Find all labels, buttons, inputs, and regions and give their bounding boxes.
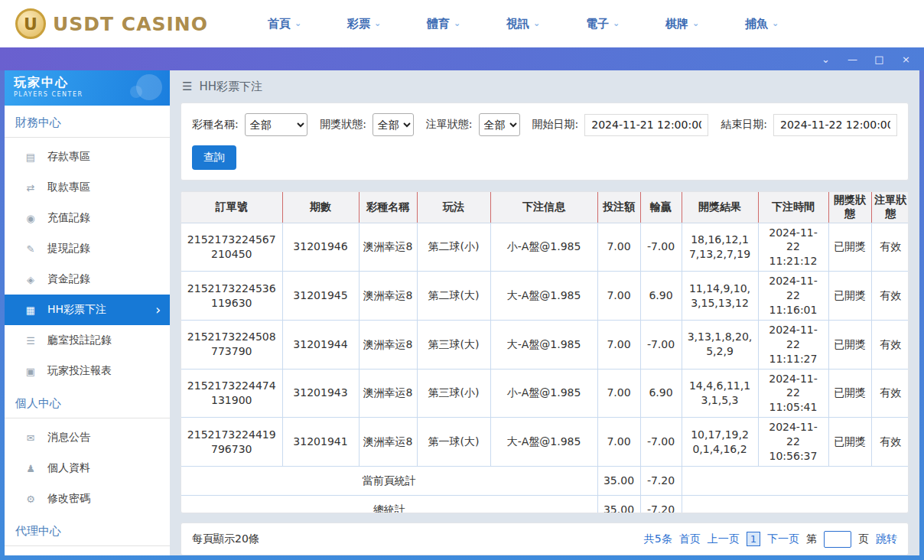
jump-suffix-label: 页 (858, 532, 869, 546)
cell-time: 2024-11-22 11:05:41 (758, 369, 828, 418)
chevron-down-button[interactable]: ⌄ (820, 54, 831, 64)
first-page-link[interactable]: 首页 (679, 532, 701, 546)
decorative-circle (130, 86, 142, 98)
sidebar-item[interactable]: ☰廳室投註記錄 (5, 325, 170, 356)
sidebar-item[interactable]: ⇄取款專區 (5, 172, 170, 203)
sidebar-item[interactable]: ⚙修改密碼 (5, 483, 170, 514)
sidebar-item-label: 玩家投注報表 (47, 364, 112, 378)
nav-item-label: 視訊 (506, 17, 529, 31)
sidebar-item[interactable]: ◉充值記錄 (5, 203, 170, 233)
sidebar-item[interactable]: ◈資金記錄 (5, 264, 170, 295)
funds-record-icon: ◈ (24, 274, 37, 285)
chevron-down-icon: ⌄ (454, 19, 460, 28)
nav-item-7[interactable]: 捕魚⌄ (722, 17, 802, 31)
cell-period: 31201945 (282, 272, 359, 321)
end-date-input[interactable] (773, 114, 897, 136)
cell-lottery: 澳洲幸运8 (359, 418, 417, 467)
close-button[interactable]: × (900, 54, 912, 64)
column-header: 開獎狀態 (828, 192, 871, 223)
bets-table-card: 訂單號期數彩種名稱玩法下注信息投注額輸贏開獎結果下注時間開獎狀態注單狀態 215… (181, 191, 909, 513)
sidebar-item[interactable]: ✎提現記錄 (5, 233, 170, 264)
sidebar-item-label: 個人資料 (47, 461, 90, 475)
cell-draw_status: 已開獎 (828, 320, 871, 369)
nav-item-2[interactable]: 彩票⌄ (324, 17, 404, 31)
sidebar-item[interactable]: ▤存款專區 (5, 142, 170, 172)
cell-win_loss: -7.00 (640, 223, 682, 272)
sidebar-item-label: 修改密碼 (47, 492, 90, 506)
sidebar-item[interactable]: ▣玩家投注報表 (5, 356, 170, 386)
profile-icon: ♟ (24, 463, 37, 474)
maximize-button[interactable]: □ (874, 54, 885, 64)
nav-item-1[interactable]: 首頁⌄ (245, 17, 324, 31)
column-header: 彩種名稱 (359, 192, 417, 223)
nav-item-label: 彩票 (347, 17, 370, 31)
cell-order_status: 有效 (871, 272, 909, 321)
brand-logo: U USDT CASINO (15, 8, 208, 39)
nav-item-4[interactable]: 視訊⌄ (483, 17, 563, 31)
chevron-down-icon: ⌄ (772, 19, 779, 28)
app-body: 玩家中心 PLAYERS CENTER 財務中心▤存款專區⇄取款專區◉充值記錄✎… (5, 70, 919, 555)
order-status-select[interactable]: 全部 (479, 113, 520, 136)
column-header: 下注信息 (490, 192, 597, 223)
cell-period: 31201943 (282, 369, 359, 418)
cell-play: 第二球(大) (417, 272, 490, 321)
cell-draw_status: 已開獎 (828, 223, 871, 272)
summary-label: 總統計 (181, 495, 597, 513)
cell-bet_info: 小-A盤@1.985 (490, 369, 597, 418)
cell-order_status: 有效 (871, 320, 909, 369)
cell-win_loss: -7.00 (640, 418, 682, 467)
sidebar-section-title: 個人中心 (5, 386, 170, 418)
main-content: ☰ HH彩票下注 彩種名稱: 全部 開獎狀態: 全部 注單狀態: 全部 (170, 70, 919, 555)
cell-play: 第三球(小) (417, 369, 490, 418)
search-button[interactable]: 查詢 (192, 145, 236, 170)
sidebar-section-title: 代理中心 (5, 514, 170, 546)
chevron-down-icon: ⌄ (692, 19, 699, 28)
top-bar: U USDT CASINO 首頁⌄彩票⌄體育⌄視訊⌄電子⌄棋牌⌄捕魚⌄ (0, 0, 924, 47)
nav-item-5[interactable]: 電子⌄ (563, 17, 643, 31)
column-header: 下注時間 (758, 192, 828, 223)
cell-amount: 7.00 (597, 320, 640, 369)
sidebar-item[interactable]: ▦HH彩票下注› (5, 295, 170, 325)
cell-order_no: 2152173224474131900 (181, 369, 282, 418)
cell-play: 第二球(小) (417, 223, 490, 272)
filter-panel: 彩種名稱: 全部 開獎狀態: 全部 注單狀態: 全部 開始日期: 結束日期: (181, 103, 909, 181)
hamburger-icon[interactable]: ☰ (182, 80, 192, 93)
prev-page-link[interactable]: 上一页 (708, 532, 740, 546)
nav-item-3[interactable]: 體育⌄ (404, 17, 483, 31)
nav-item-6[interactable]: 棋牌⌄ (643, 17, 722, 31)
column-header: 訂單號 (181, 192, 282, 223)
sidebar-item-label: 消息公告 (47, 431, 90, 444)
minimize-button[interactable]: — (847, 54, 858, 64)
cell-time: 2024-11-22 11:11:27 (758, 320, 828, 369)
chevron-down-icon: ⌄ (374, 19, 381, 28)
withdraw-icon: ⇄ (24, 182, 37, 194)
sidebar-header: 玩家中心 PLAYERS CENTER (5, 70, 170, 106)
sidebar-item[interactable]: ♟個人資料 (5, 453, 170, 483)
jump-page-input[interactable] (824, 531, 851, 548)
column-header: 投注額 (597, 192, 640, 223)
cell-bet_info: 大-A盤@1.985 (490, 272, 597, 321)
cell-time: 2024-11-22 11:21:12 (758, 223, 828, 272)
current-page-badge[interactable]: 1 (747, 532, 760, 546)
report-icon: ▣ (24, 366, 37, 377)
chevron-right-icon: › (155, 304, 161, 317)
cell-amount: 7.00 (597, 418, 640, 467)
table-footer: 每頁顯示20條 共5条 首页 上一页 1 下一页 第 页 跳转 (181, 523, 909, 555)
next-page-link[interactable]: 下一页 (767, 532, 799, 546)
sidebar-item-label: HH彩票下注 (47, 303, 106, 317)
cell-order_status: 有效 (871, 369, 909, 418)
cell-amount: 7.00 (597, 272, 640, 321)
chevron-down-icon: ⌄ (613, 19, 620, 28)
cell-time: 2024-11-22 11:16:01 (758, 272, 828, 321)
sidebar-item[interactable]: ✉消息公告 (5, 422, 170, 453)
table-row: 215217322453611963031201945澳洲幸运8第二球(大)大-… (181, 272, 909, 321)
draw-status-select[interactable]: 全部 (373, 113, 414, 136)
summary-empty (682, 466, 909, 495)
lottery-bets-icon: ▦ (24, 304, 37, 316)
start-date-input[interactable] (584, 114, 708, 136)
summary-row: 當前頁統計35.00-7.20 (181, 466, 909, 495)
lottery-name-select[interactable]: 全部 (245, 113, 307, 136)
sidebar-item-label: 提現記錄 (47, 242, 90, 256)
nav-item-label: 首頁 (268, 17, 291, 31)
jump-button[interactable]: 跳转 (876, 532, 897, 546)
